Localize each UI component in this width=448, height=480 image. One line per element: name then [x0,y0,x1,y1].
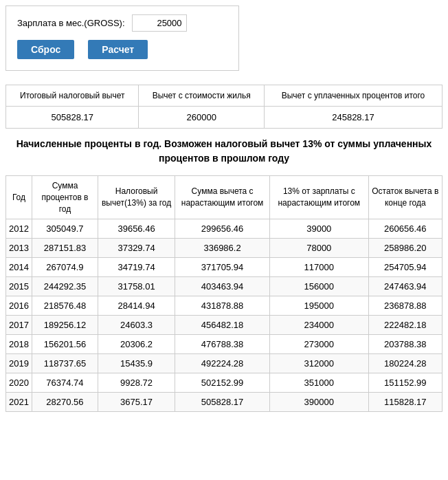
table-cell: 2016 [6,296,32,316]
table-cell: 267074.9 [32,258,98,277]
table-cell: 76374.74 [32,373,98,393]
table-cell: 39656.46 [98,219,175,239]
table-cell: 2021 [6,393,32,412]
table-cell: 222482.18 [368,316,442,335]
table-cell: 9928.72 [98,373,175,393]
table-cell: 20306.2 [98,335,175,354]
table-cell: 118737.65 [32,354,98,373]
table-cell: 2017 [6,316,32,335]
table-cell: 151152.99 [368,373,442,393]
table-cell: 31758.01 [98,277,175,296]
table-cell: 244292.35 [32,277,98,296]
calc-button[interactable]: Расчет [88,40,148,59]
table-cell: 305049.7 [32,219,98,239]
table-cell: 3675.17 [98,393,175,412]
salary-row: Зарплата в мес.(GROSS): [17,14,227,32]
table-cell: 195000 [270,296,369,316]
table-cell: 273000 [270,335,369,354]
table-cell: 505828.17 [175,393,270,412]
table-cell: 2013 [6,239,32,258]
table-row: 2018156201.5620306.2476788.3827300020378… [6,335,443,354]
summary-header-2: Вычет с стоимости жилья [139,85,264,107]
main-table-body: 2012305049.739656.46299656.4639000260656… [6,219,443,412]
table-cell: 247463.94 [368,277,442,296]
table-cell: 117000 [270,258,369,277]
summary-value-1: 505828.17 [6,107,139,129]
reset-button[interactable]: Сброс [17,40,74,59]
table-cell: 189256.12 [32,316,98,335]
summary-table: Итоговый налоговый вычет Вычет с стоимос… [5,85,443,129]
table-cell: 2015 [6,277,32,296]
table-cell: 218576.48 [32,296,98,316]
table-row: 2012305049.739656.46299656.4639000260656… [6,219,443,239]
top-section: Зарплата в мес.(GROSS): Сброс Расчет [5,6,239,71]
col-header-13pct-salary: 13% от зарплаты с нарастающим итогом [270,176,369,219]
main-header-row: Год Сумма процентов в год Налоговый выче… [6,176,443,219]
col-header-tax-deduct: Налоговый вычет(13%) за год [98,176,175,219]
table-cell: 502152.99 [175,373,270,393]
table-cell: 336986.2 [175,239,270,258]
salary-label: Зарплата в мес.(GROSS): [17,18,125,28]
summary-header-row: Итоговый налоговый вычет Вычет с стоимос… [6,85,443,107]
table-row: 2014267074.934719.74371705.9411700025470… [6,258,443,277]
col-header-cumul-deduct: Сумма вычета с нарастающим итогом [175,176,270,219]
table-cell: 254705.94 [368,258,442,277]
table-row: 2017189256.1224603.3456482.1823400022248… [6,316,443,335]
table-cell: 28414.94 [98,296,175,316]
summary-data-row: 505828.17 260000 245828.17 [6,107,443,129]
salary-input[interactable] [132,14,187,32]
table-cell: 299656.46 [175,219,270,239]
table-cell: 476788.38 [175,335,270,354]
table-cell: 2018 [6,335,32,354]
summary-value-2: 260000 [139,107,264,129]
table-cell: 115828.17 [368,393,442,412]
table-cell: 203788.38 [368,335,442,354]
summary-value-3: 245828.17 [264,107,442,129]
table-row: 202076374.749928.72502152.99351000151152… [6,373,443,393]
table-cell: 156201.56 [32,335,98,354]
table-cell: 156000 [270,277,369,296]
table-cell: 351000 [270,373,369,393]
summary-header-1: Итоговый налоговый вычет [6,85,139,107]
table-cell: 390000 [270,393,369,412]
table-cell: 34719.74 [98,258,175,277]
table-cell: 2012 [6,219,32,239]
table-cell: 456482.18 [175,316,270,335]
summary-header-3: Вычет с уплаченных процентов итого [264,85,442,107]
table-cell: 234000 [270,316,369,335]
table-row: 2015244292.3531758.01403463.941560002474… [6,277,443,296]
col-header-remainder: Остаток вычета в конце года [368,176,442,219]
table-cell: 2019 [6,354,32,373]
table-cell: 236878.88 [368,296,442,316]
main-table: Год Сумма процентов в год Налоговый выче… [5,175,443,412]
table-row: 2019118737.6515435.9492224.2831200018022… [6,354,443,373]
table-row: 2016218576.4828414.94431878.881950002368… [6,296,443,316]
table-row: 202128270.563675.17505828.17390000115828… [6,393,443,412]
table-cell: 39000 [270,219,369,239]
table-cell: 403463.94 [175,277,270,296]
table-cell: 287151.83 [32,239,98,258]
table-cell: 15435.9 [98,354,175,373]
table-row: 2013287151.8337329.74336986.278000258986… [6,239,443,258]
btn-row: Сброс Расчет [17,40,227,59]
table-cell: 260656.46 [368,219,442,239]
table-cell: 28270.56 [32,393,98,412]
col-header-sum-percent: Сумма процентов в год [32,176,98,219]
table-cell: 180224.28 [368,354,442,373]
table-cell: 258986.20 [368,239,442,258]
table-cell: 371705.94 [175,258,270,277]
table-cell: 431878.88 [175,296,270,316]
table-cell: 2020 [6,373,32,393]
table-cell: 37329.74 [98,239,175,258]
table-cell: 24603.3 [98,316,175,335]
table-cell: 2014 [6,258,32,277]
section-title: Начисленные проценты в год. Возможен нал… [5,137,443,166]
table-cell: 78000 [270,239,369,258]
table-cell: 312000 [270,354,369,373]
table-cell: 492224.28 [175,354,270,373]
col-header-year: Год [6,176,32,219]
